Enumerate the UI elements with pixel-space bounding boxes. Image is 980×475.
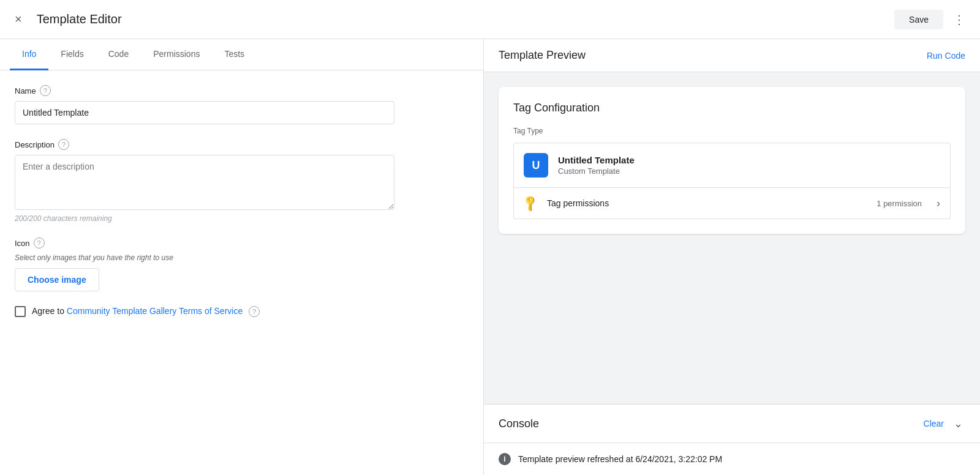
header-right: Save ⋮ (894, 7, 970, 32)
tab-permissions[interactable]: Permissions (141, 39, 212, 70)
collapse-console-button[interactable]: ⌄ (951, 414, 965, 433)
header-left: × Template Editor (10, 7, 122, 31)
description-input[interactable] (15, 155, 394, 210)
description-label-text: Description (15, 140, 55, 149)
save-button[interactable]: Save (894, 10, 943, 29)
tab-info[interactable]: Info (10, 39, 48, 70)
choose-image-button[interactable]: Choose image (15, 268, 99, 291)
info-icon: i (499, 453, 511, 465)
chevron-right-icon: › (937, 197, 940, 210)
console-message: Template preview refreshed at 6/24/2021,… (518, 454, 722, 464)
tab-code[interactable]: Code (96, 39, 141, 70)
tab-tests[interactable]: Tests (212, 39, 257, 70)
agree-link[interactable]: Community Template Gallery Terms of Serv… (67, 306, 243, 316)
console-title: Console (499, 417, 539, 430)
close-button[interactable]: × (10, 7, 27, 31)
icon-label: Icon ? (15, 238, 469, 249)
icon-help-icon[interactable]: ? (34, 238, 45, 249)
right-panel: Template Preview Run Code Tag Configurat… (484, 39, 980, 475)
close-icon: × (15, 12, 22, 26)
header: × Template Editor Save ⋮ (0, 0, 980, 39)
right-header: Template Preview Run Code (484, 39, 980, 72)
console-header: Console Clear ⌄ (484, 405, 980, 443)
name-help-icon[interactable]: ? (40, 85, 51, 96)
tag-type-label: Tag Type (513, 127, 951, 135)
page-title: Template Editor (37, 12, 122, 26)
agree-row: Agree to Community Template Gallery Term… (15, 306, 469, 317)
description-field-group: Description ? 200/200 characters remaini… (15, 139, 469, 223)
tag-info: Untitled Template Custom Template (558, 155, 635, 176)
char-count: 200/200 characters remaining (15, 214, 469, 223)
icon-label-text: Icon (15, 239, 30, 248)
name-label-text: Name (15, 86, 36, 95)
console-content: i Template preview refreshed at 6/24/202… (484, 443, 980, 475)
tag-type-row[interactable]: U Untitled Template Custom Template (513, 143, 951, 188)
agree-text: Agree to Community Template Gallery Term… (32, 306, 260, 317)
permissions-count: 1 permission (876, 199, 922, 208)
description-label: Description ? (15, 139, 469, 150)
tag-name: Untitled Template (558, 155, 635, 165)
permissions-label: Tag permissions (547, 198, 867, 208)
icon-subtext: Select only images that you have the rig… (15, 253, 469, 262)
tag-subtitle: Custom Template (558, 166, 635, 176)
clear-button[interactable]: Clear (924, 419, 944, 428)
tag-config-area: Tag Configuration Tag Type U Untitled Te… (484, 72, 980, 404)
more-options-button[interactable]: ⋮ (948, 7, 970, 32)
description-help-icon[interactable]: ? (58, 139, 69, 150)
main-layout: Info Fields Code Permissions Tests Name … (0, 39, 980, 475)
tag-permissions-row[interactable]: 🔑 Tag permissions 1 permission › (513, 188, 951, 219)
console-actions: Clear ⌄ (924, 414, 965, 433)
right-panel-title: Template Preview (499, 49, 586, 62)
agree-help-icon[interactable]: ? (249, 306, 260, 317)
left-content: Name ? Description ? 200/200 characters … (0, 70, 483, 475)
tab-fields[interactable]: Fields (48, 39, 96, 70)
agree-text-label: Agree to (32, 306, 67, 316)
tag-config-title: Tag Configuration (513, 102, 951, 114)
console-section: Console Clear ⌄ i Template preview refre… (484, 404, 980, 475)
tag-config-card: Tag Configuration Tag Type U Untitled Te… (499, 87, 965, 234)
key-icon: 🔑 (521, 193, 540, 212)
tabs-bar: Info Fields Code Permissions Tests (0, 39, 483, 70)
left-panel: Info Fields Code Permissions Tests Name … (0, 39, 484, 475)
name-field-group: Name ? (15, 85, 469, 124)
agree-checkbox[interactable] (15, 306, 26, 317)
icon-field-group: Icon ? Select only images that you have … (15, 238, 469, 291)
tag-icon: U (524, 153, 548, 178)
name-label: Name ? (15, 85, 469, 96)
chevron-down-icon: ⌄ (954, 417, 963, 430)
more-icon: ⋮ (953, 12, 965, 27)
run-code-button[interactable]: Run Code (927, 51, 965, 61)
name-input[interactable] (15, 101, 394, 124)
